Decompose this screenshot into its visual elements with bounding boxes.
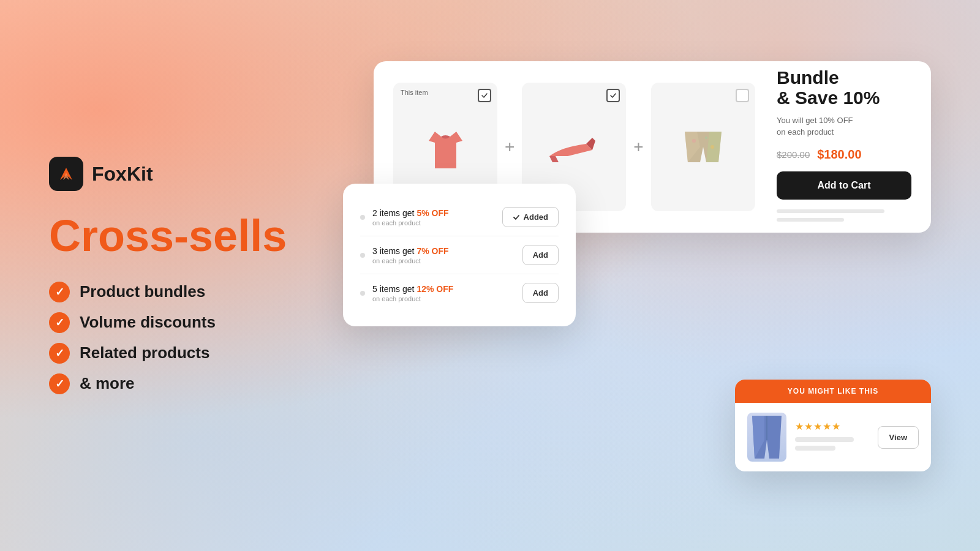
off-pct-2: 7% OFF bbox=[417, 246, 448, 256]
related-bar-short bbox=[795, 446, 835, 451]
related-card: YOU MIGHT LIKE THIS ★★★★★ View bbox=[735, 380, 931, 471]
product-label-1: This item bbox=[401, 89, 428, 96]
plus-sign-1: + bbox=[505, 137, 514, 157]
check-icon-more: ✓ bbox=[49, 373, 70, 394]
feature-item-more: ✓ & more bbox=[49, 373, 318, 394]
related-bar-long bbox=[795, 437, 854, 442]
discount-dot-3 bbox=[360, 291, 365, 296]
discount-sub-2: on each product bbox=[372, 257, 522, 264]
discount-row-2: 3 items get 7% OFF on each product Add bbox=[360, 236, 559, 274]
discount-text-1: 2 items get 5% OFF bbox=[372, 208, 502, 218]
feature-label-related: Related products bbox=[80, 343, 209, 362]
feature-label-volume: Volume discounts bbox=[80, 313, 216, 332]
feature-item-volume: ✓ Volume discounts bbox=[49, 312, 318, 333]
check-icon-bundles: ✓ bbox=[49, 282, 70, 302]
add-button-2[interactable]: Add bbox=[522, 245, 559, 265]
headline: Cross-sells bbox=[49, 213, 318, 260]
brand-name: FoxKit bbox=[92, 163, 153, 186]
view-button[interactable]: View bbox=[878, 426, 919, 449]
right-panel: This item + bbox=[343, 61, 931, 490]
related-info: ★★★★★ bbox=[795, 421, 869, 454]
discount-dot-1 bbox=[360, 215, 365, 220]
discount-sub-3: on each product bbox=[372, 295, 522, 302]
discount-dot-2 bbox=[360, 253, 365, 258]
star-rating: ★★★★★ bbox=[795, 421, 869, 432]
bundle-description: You will get 10% OFFon each product bbox=[777, 115, 911, 137]
svg-point-2 bbox=[710, 145, 714, 149]
product-checkbox-1[interactable] bbox=[478, 89, 491, 102]
discount-text-3: 5 items get 12% OFF bbox=[372, 284, 522, 294]
volume-card: 2 items get 5% OFF on each product Added… bbox=[343, 184, 576, 326]
off-pct-1: 5% OFF bbox=[417, 208, 448, 218]
plus-sign-2: + bbox=[633, 137, 643, 157]
feature-list: ✓ Product bundles ✓ Volume discounts ✓ R… bbox=[49, 282, 318, 394]
related-product-image bbox=[747, 413, 786, 462]
discount-row-3: 5 items get 12% OFF on each product Add bbox=[360, 274, 559, 312]
left-panel: FoxKit Cross-sells ✓ Product bundles ✓ V… bbox=[49, 157, 343, 394]
add-to-cart-button[interactable]: Add to Cart bbox=[777, 171, 911, 200]
added-button[interactable]: Added bbox=[502, 207, 559, 227]
price-row: $200.00 $180.00 bbox=[777, 148, 911, 162]
logo-area: FoxKit bbox=[49, 157, 318, 191]
shorts-image bbox=[679, 122, 728, 171]
check-icon-volume: ✓ bbox=[49, 312, 70, 333]
svg-point-1 bbox=[705, 137, 707, 139]
feature-label-bundles: Product bundles bbox=[80, 282, 205, 301]
feature-label-more: & more bbox=[80, 374, 135, 393]
bundle-info: Bundle& Save 10% You will get 10% OFFon … bbox=[777, 67, 911, 226]
related-header: YOU MIGHT LIKE THIS bbox=[735, 380, 931, 403]
logo-icon bbox=[49, 157, 83, 191]
scroll-lines bbox=[777, 209, 911, 222]
product-checkbox-3[interactable] bbox=[736, 89, 749, 102]
price-old: $200.00 bbox=[777, 149, 810, 160]
add-button-3[interactable]: Add bbox=[522, 283, 559, 303]
discount-text-2: 3 items get 7% OFF bbox=[372, 246, 522, 256]
feature-item-related: ✓ Related products bbox=[49, 343, 318, 364]
shirt-image bbox=[423, 119, 469, 174]
product-checkbox-2[interactable] bbox=[606, 89, 620, 102]
check-icon-related: ✓ bbox=[49, 343, 70, 364]
price-new: $180.00 bbox=[817, 148, 861, 162]
svg-point-0 bbox=[692, 139, 696, 143]
discount-row-1: 2 items get 5% OFF on each product Added bbox=[360, 198, 559, 236]
related-body: ★★★★★ View bbox=[735, 403, 931, 471]
bundle-title: Bundle& Save 10% bbox=[777, 67, 911, 108]
product-cell-3 bbox=[651, 83, 755, 211]
heels-image bbox=[543, 126, 605, 168]
scroll-line-2 bbox=[777, 218, 844, 222]
feature-item-bundles: ✓ Product bundles bbox=[49, 282, 318, 302]
discount-sub-1: on each product bbox=[372, 219, 502, 227]
off-pct-3: 12% OFF bbox=[417, 284, 453, 294]
scroll-line-1 bbox=[777, 209, 884, 213]
